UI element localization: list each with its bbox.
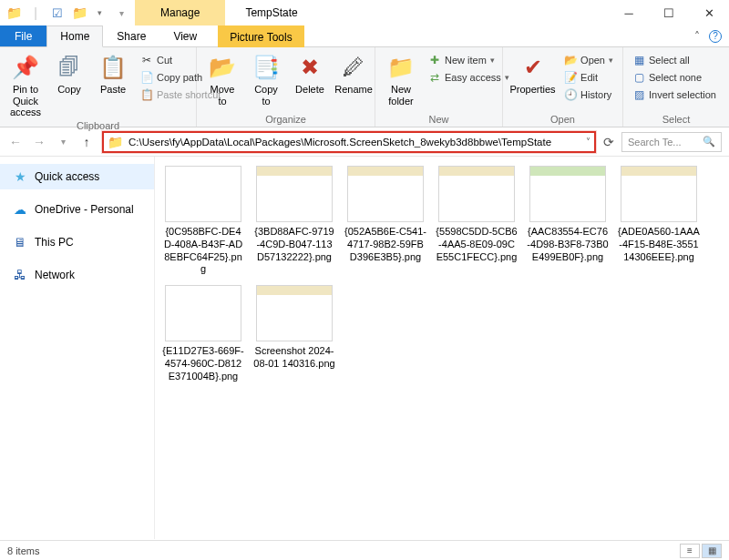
tab-share[interactable]: Share	[103, 25, 159, 46]
network-icon: 🖧	[13, 268, 27, 282]
thumbnail	[256, 166, 333, 222]
edit-button[interactable]: 📝 Edit	[560, 70, 617, 85]
file-list[interactable]: {0C958BFC-DE4D-408A-B43F-AD8EBFC64F25}.p…	[155, 157, 729, 539]
sidebar-item-this-pc[interactable]: 🖥 This PC	[0, 229, 154, 255]
file-name: {E11D27E3-669F-4574-960C-D812E371004B}.p…	[162, 345, 244, 382]
close-button[interactable]: ✕	[689, 0, 729, 25]
pin-icon: 📌	[11, 53, 40, 82]
group-label-select: Select	[623, 114, 729, 127]
properties-qat-icon[interactable]: ☑	[49, 5, 66, 21]
up-button[interactable]: ↑	[78, 135, 95, 149]
delete-button[interactable]: ✖ Delete	[290, 51, 330, 97]
sidebar-item-onedrive[interactable]: ☁ OneDrive - Personal	[0, 197, 154, 222]
cut-icon: ✂	[140, 54, 153, 66]
address-bar-row: ← → ▾ ↑ 📁 C:\Users\fy\AppData\Local\Pack…	[0, 127, 729, 157]
tab-file[interactable]: File	[0, 25, 46, 46]
file-item[interactable]: {0C958BFC-DE4D-408A-B43F-AD8EBFC64F25}.p…	[162, 166, 244, 276]
thumbnail	[165, 285, 241, 341]
minimize-button[interactable]: ─	[609, 0, 649, 25]
recent-locations-button[interactable]: ▾	[55, 137, 71, 147]
history-button[interactable]: 🕘 History	[560, 87, 617, 102]
sidebar-item-label: This PC	[35, 236, 74, 249]
invert-selection-button[interactable]: ▨ Invert selection	[629, 87, 720, 102]
window-title: TempState	[225, 6, 317, 19]
file-item[interactable]: {E11D27E3-669F-4574-960C-D812E371004B}.p…	[162, 285, 244, 382]
address-bar[interactable]: 📁 C:\Users\fy\AppData\Local\Packages\Mic…	[102, 131, 596, 153]
file-item[interactable]: {ADE0A560-1AAA-4F15-B48E-355114306EEE}.p…	[618, 166, 700, 276]
address-dropdown-icon[interactable]: ˅	[586, 137, 590, 147]
paste-shortcut-icon: 📋	[140, 88, 153, 101]
file-name: Screenshot 2024-08-01 140316.png	[253, 345, 335, 371]
file-item[interactable]: {5598C5DD-5CB6-4AA5-8E09-09CE55C1FECC}.p…	[436, 166, 518, 276]
delete-icon: ✖	[295, 53, 324, 82]
view-details-button[interactable]: ≡	[680, 544, 700, 558]
dropdown-icon: ▾	[490, 56, 495, 65]
tab-picture-tools[interactable]: Picture Tools	[218, 25, 303, 47]
search-input[interactable]: Search Te... 🔍	[621, 132, 722, 152]
new-item-button[interactable]: ✚ New item ▾	[425, 53, 513, 67]
manage-label: Manage	[160, 6, 200, 19]
copy-to-button[interactable]: 📑 Copy to	[246, 51, 286, 108]
group-label-open: Open	[503, 114, 622, 127]
ribbon: 📌 Pin to Quick access 🗐 Copy 📋 Paste ✂ C…	[0, 47, 729, 127]
easy-access-button[interactable]: ⇄ Easy access ▾	[425, 70, 513, 85]
sidebar-item-quick-access[interactable]: ★ Quick access	[0, 164, 154, 189]
thumbnail	[529, 166, 606, 222]
refresh-button[interactable]: ⟳	[603, 135, 614, 149]
group-select: ▦ Select all ▢ Select none ▨ Invert sele…	[623, 47, 729, 127]
rename-button[interactable]: 🖉 Rename	[334, 51, 374, 97]
star-icon: ★	[13, 169, 27, 184]
back-button[interactable]: ←	[7, 135, 24, 149]
thumbnail	[347, 166, 424, 222]
select-all-button[interactable]: ▦ Select all	[629, 53, 720, 67]
new-item-icon: ✚	[428, 54, 441, 66]
tab-home[interactable]: Home	[46, 25, 103, 47]
this-pc-icon: 🖥	[13, 235, 27, 249]
address-path: C:\Users\fy\AppData\Local\Packages\Micro…	[128, 137, 580, 148]
file-item[interactable]: {AAC83554-EC76-4D98-B3F8-73B0E499EB0F}.p…	[527, 166, 609, 276]
search-placeholder: Search Te...	[628, 137, 682, 148]
file-name: {0C958BFC-DE4D-408A-B43F-AD8EBFC64F25}.p…	[162, 226, 244, 276]
view-icons-button[interactable]: ▦	[702, 544, 722, 558]
status-bar: 8 items ≡ ▦	[0, 540, 729, 560]
open-icon: 📂	[564, 54, 577, 66]
file-name: {ADE0A560-1AAA-4F15-B48E-355114306EEE}.p…	[618, 226, 700, 263]
easy-access-icon: ⇄	[428, 71, 441, 84]
paste-icon: 📋	[98, 53, 128, 82]
folder-icon[interactable]: 📁	[5, 5, 22, 21]
thumbnail	[165, 166, 241, 222]
pin-to-quick-access-button[interactable]: 📌 Pin to Quick access	[5, 51, 46, 120]
file-item[interactable]: {3BD88AFC-9719-4C9D-B047-113D57132222}.p…	[253, 166, 335, 276]
help-icon[interactable]: ?	[709, 30, 722, 43]
group-label-organize: Organize	[197, 114, 375, 127]
forward-button[interactable]: →	[31, 135, 47, 149]
move-to-button[interactable]: 📂 Move to	[202, 51, 242, 108]
new-folder-button[interactable]: 📁 New folder	[381, 51, 421, 108]
manage-contextual-tab[interactable]: Manage	[135, 0, 225, 25]
file-name: {AAC83554-EC76-4D98-B3F8-73B0E499EB0F}.p…	[527, 226, 609, 263]
search-icon: 🔍	[703, 136, 715, 148]
file-item[interactable]: {052A5B6E-C541-4717-98B2-59FBD396E3B5}.p…	[344, 166, 426, 276]
sidebar-item-network[interactable]: 🖧 Network	[0, 262, 154, 288]
sidebar-item-label: Network	[35, 269, 75, 281]
group-open: ✔ Properties 📂 Open ▾ 📝 Edit 🕘 History	[503, 47, 623, 127]
file-name: {5598C5DD-5CB6-4AA5-8E09-09CE55C1FECC}.p…	[436, 226, 518, 263]
status-text: 8 items	[7, 545, 39, 556]
maximize-button[interactable]: ☐	[649, 0, 689, 25]
sidebar-item-label: OneDrive - Personal	[35, 203, 134, 216]
properties-icon: ✔	[519, 53, 548, 82]
file-item[interactable]: Screenshot 2024-08-01 140316.png	[253, 285, 335, 382]
open-button[interactable]: 📂 Open ▾	[560, 53, 617, 67]
collapse-ribbon-icon[interactable]: ˄	[694, 30, 700, 43]
new-folder-qat-icon[interactable]: 📁	[71, 5, 87, 21]
paste-button[interactable]: 📋 Paste	[93, 51, 133, 97]
qat-overflow-icon[interactable]: ▾	[113, 5, 129, 21]
group-new: 📁 New folder ✚ New item ▾ ⇄ Easy access …	[375, 47, 503, 127]
dropdown-icon: ▾	[609, 56, 613, 65]
copy-button[interactable]: 🗐 Copy	[49, 51, 89, 97]
properties-button[interactable]: ✔ Properties	[508, 51, 557, 97]
folder-icon: 📁	[108, 135, 123, 149]
select-none-button[interactable]: ▢ Select none	[629, 70, 720, 85]
tab-view[interactable]: View	[159, 25, 210, 46]
qat-dropdown-icon[interactable]: ▾	[91, 5, 108, 21]
